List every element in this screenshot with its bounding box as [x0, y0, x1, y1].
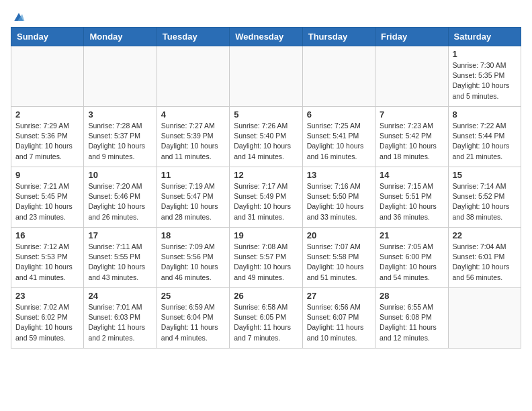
- calendar-cell: 12Sunrise: 7:17 AM Sunset: 5:49 PM Dayli…: [230, 167, 302, 228]
- day-number: 14: [380, 170, 443, 180]
- calendar-cell: 24Sunrise: 7:01 AM Sunset: 6:03 PM Dayli…: [84, 288, 157, 349]
- day-info: Sunrise: 7:05 AM Sunset: 6:00 PM Dayligh…: [380, 242, 443, 283]
- day-info: Sunrise: 7:26 AM Sunset: 5:40 PM Dayligh…: [234, 121, 298, 162]
- day-number: 4: [161, 109, 225, 120]
- day-number: 23: [15, 291, 79, 301]
- day-info: Sunrise: 7:09 AM Sunset: 5:56 PM Dayligh…: [161, 242, 225, 283]
- day-info: Sunrise: 7:14 AM Sunset: 5:52 PM Dayligh…: [453, 181, 517, 222]
- calendar-cell: 4Sunrise: 7:27 AM Sunset: 5:39 PM Daylig…: [157, 107, 229, 167]
- day-info: Sunrise: 7:30 AM Sunset: 5:35 PM Dayligh…: [453, 60, 517, 101]
- calendar-cell: [11, 46, 84, 107]
- day-number: 26: [234, 291, 298, 301]
- day-info: Sunrise: 7:23 AM Sunset: 5:42 PM Dayligh…: [380, 121, 443, 162]
- calendar-cell: 7Sunrise: 7:23 AM Sunset: 5:42 PM Daylig…: [375, 107, 448, 167]
- day-number: 17: [88, 230, 152, 240]
- day-number: 7: [380, 109, 443, 120]
- calendar-week-1: 1Sunrise: 7:30 AM Sunset: 5:35 PM Daylig…: [11, 46, 521, 107]
- day-number: 19: [234, 230, 298, 240]
- weekday-header-saturday: Saturday: [448, 28, 521, 46]
- calendar-cell: 28Sunrise: 6:55 AM Sunset: 6:08 PM Dayli…: [375, 288, 448, 349]
- day-number: 1: [453, 49, 517, 59]
- day-info: Sunrise: 7:01 AM Sunset: 6:03 PM Dayligh…: [88, 302, 152, 343]
- day-number: 18: [161, 230, 225, 240]
- calendar-cell: [302, 46, 375, 107]
- day-info: Sunrise: 7:25 AM Sunset: 5:41 PM Dayligh…: [307, 121, 371, 162]
- day-number: 5: [234, 109, 298, 120]
- day-number: 12: [234, 170, 298, 180]
- calendar-cell: 23Sunrise: 7:02 AM Sunset: 6:02 PM Dayli…: [11, 288, 84, 349]
- day-number: 3: [88, 109, 152, 120]
- calendar-cell: 26Sunrise: 6:58 AM Sunset: 6:05 PM Dayli…: [230, 288, 302, 349]
- day-info: Sunrise: 7:21 AM Sunset: 5:45 PM Dayligh…: [15, 181, 79, 222]
- day-number: 28: [380, 291, 443, 301]
- calendar-cell: [84, 46, 157, 107]
- day-info: Sunrise: 7:15 AM Sunset: 5:51 PM Dayligh…: [380, 181, 443, 222]
- calendar-cell: 2Sunrise: 7:29 AM Sunset: 5:36 PM Daylig…: [11, 107, 84, 167]
- calendar-cell: 27Sunrise: 6:56 AM Sunset: 6:07 PM Dayli…: [302, 288, 375, 349]
- day-number: 6: [307, 109, 371, 120]
- day-info: Sunrise: 7:27 AM Sunset: 5:39 PM Dayligh…: [161, 121, 225, 162]
- day-info: Sunrise: 7:04 AM Sunset: 6:01 PM Dayligh…: [453, 242, 517, 283]
- calendar-cell: 22Sunrise: 7:04 AM Sunset: 6:01 PM Dayli…: [448, 228, 521, 288]
- calendar-cell: [448, 288, 521, 349]
- day-number: 21: [380, 230, 443, 240]
- day-info: Sunrise: 6:55 AM Sunset: 6:08 PM Dayligh…: [380, 302, 443, 343]
- day-info: Sunrise: 7:02 AM Sunset: 6:02 PM Dayligh…: [15, 302, 79, 343]
- calendar-header-row: SundayMondayTuesdayWednesdayThursdayFrid…: [11, 28, 521, 46]
- day-number: 15: [453, 170, 517, 180]
- weekday-header-monday: Monday: [84, 28, 157, 46]
- calendar-cell: 25Sunrise: 6:59 AM Sunset: 6:04 PM Dayli…: [157, 288, 229, 349]
- weekday-header-sunday: Sunday: [11, 28, 84, 46]
- calendar-cell: 13Sunrise: 7:16 AM Sunset: 5:50 PM Dayli…: [302, 167, 375, 228]
- calendar-cell: 1Sunrise: 7:30 AM Sunset: 5:35 PM Daylig…: [448, 46, 521, 107]
- day-number: 20: [307, 230, 371, 240]
- calendar-cell: 3Sunrise: 7:28 AM Sunset: 5:37 PM Daylig…: [84, 107, 157, 167]
- day-info: Sunrise: 7:29 AM Sunset: 5:36 PM Dayligh…: [15, 121, 79, 162]
- calendar-cell: 19Sunrise: 7:08 AM Sunset: 5:57 PM Dayli…: [230, 228, 302, 288]
- day-number: 2: [15, 109, 79, 120]
- day-number: 11: [161, 170, 225, 180]
- calendar-week-5: 23Sunrise: 7:02 AM Sunset: 6:02 PM Dayli…: [11, 288, 521, 349]
- calendar-cell: 5Sunrise: 7:26 AM Sunset: 5:40 PM Daylig…: [230, 107, 302, 167]
- day-info: Sunrise: 7:08 AM Sunset: 5:57 PM Dayligh…: [234, 242, 298, 283]
- day-info: Sunrise: 7:17 AM Sunset: 5:49 PM Dayligh…: [234, 181, 298, 222]
- calendar-cell: [230, 46, 302, 107]
- day-info: Sunrise: 6:56 AM Sunset: 6:07 PM Dayligh…: [307, 302, 371, 343]
- calendar-cell: 21Sunrise: 7:05 AM Sunset: 6:00 PM Dayli…: [375, 228, 448, 288]
- calendar-cell: 15Sunrise: 7:14 AM Sunset: 5:52 PM Dayli…: [448, 167, 521, 228]
- day-info: Sunrise: 6:59 AM Sunset: 6:04 PM Dayligh…: [161, 302, 225, 343]
- day-info: Sunrise: 7:12 AM Sunset: 5:53 PM Dayligh…: [15, 242, 79, 283]
- calendar-cell: [375, 46, 448, 107]
- calendar: SundayMondayTuesdayWednesdayThursdayFrid…: [11, 27, 521, 349]
- weekday-header-tuesday: Tuesday: [157, 28, 229, 46]
- day-number: 16: [15, 230, 79, 240]
- day-info: Sunrise: 7:20 AM Sunset: 5:46 PM Dayligh…: [88, 181, 152, 222]
- weekday-header-thursday: Thursday: [302, 28, 375, 46]
- day-info: Sunrise: 7:19 AM Sunset: 5:47 PM Dayligh…: [161, 181, 225, 222]
- logo: [11, 11, 26, 21]
- calendar-cell: 18Sunrise: 7:09 AM Sunset: 5:56 PM Dayli…: [157, 228, 229, 288]
- logo-icon: [12, 11, 26, 24]
- calendar-cell: 17Sunrise: 7:11 AM Sunset: 5:55 PM Dayli…: [84, 228, 157, 288]
- day-number: 24: [88, 291, 152, 301]
- calendar-cell: 8Sunrise: 7:22 AM Sunset: 5:44 PM Daylig…: [448, 107, 521, 167]
- calendar-cell: [157, 46, 229, 107]
- calendar-cell: 9Sunrise: 7:21 AM Sunset: 5:45 PM Daylig…: [11, 167, 84, 228]
- weekday-header-wednesday: Wednesday: [230, 28, 302, 46]
- day-number: 25: [161, 291, 225, 301]
- calendar-week-3: 9Sunrise: 7:21 AM Sunset: 5:45 PM Daylig…: [11, 167, 521, 228]
- calendar-cell: 20Sunrise: 7:07 AM Sunset: 5:58 PM Dayli…: [302, 228, 375, 288]
- day-number: 27: [307, 291, 371, 301]
- day-info: Sunrise: 7:22 AM Sunset: 5:44 PM Dayligh…: [453, 121, 517, 162]
- calendar-cell: 16Sunrise: 7:12 AM Sunset: 5:53 PM Dayli…: [11, 228, 84, 288]
- calendar-cell: 14Sunrise: 7:15 AM Sunset: 5:51 PM Dayli…: [375, 167, 448, 228]
- day-info: Sunrise: 7:11 AM Sunset: 5:55 PM Dayligh…: [88, 242, 152, 283]
- day-number: 13: [307, 170, 371, 180]
- calendar-week-2: 2Sunrise: 7:29 AM Sunset: 5:36 PM Daylig…: [11, 107, 521, 167]
- calendar-cell: 11Sunrise: 7:19 AM Sunset: 5:47 PM Dayli…: [157, 167, 229, 228]
- calendar-week-4: 16Sunrise: 7:12 AM Sunset: 5:53 PM Dayli…: [11, 228, 521, 288]
- day-info: Sunrise: 7:16 AM Sunset: 5:50 PM Dayligh…: [307, 181, 371, 222]
- day-info: Sunrise: 7:07 AM Sunset: 5:58 PM Dayligh…: [307, 242, 371, 283]
- day-number: 8: [453, 109, 517, 120]
- calendar-cell: 6Sunrise: 7:25 AM Sunset: 5:41 PM Daylig…: [302, 107, 375, 167]
